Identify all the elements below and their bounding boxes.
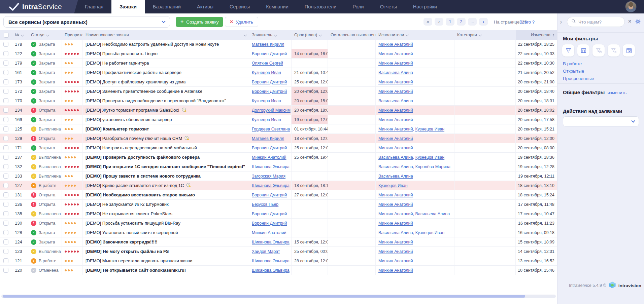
ticket-title[interactable]: [DEMO] Доступ к файловому хранилищу из д… [86,79,185,84]
ticket-row-134[interactable]: 134!Открыта[DEMO] Жутко тормозит програм… [0,106,557,115]
column-header-changed[interactable]: Изменена↑ [516,30,557,40]
ticket-title[interactable]: [DEMO] Не запускается ИЛ-2 Штурмовик [86,202,169,207]
row-checkbox[interactable] [3,183,8,188]
ticket-title[interactable]: [DEMO] Просьба установить Lingvo [86,51,158,56]
requester-link[interactable]: Шиканова Эльвира [252,183,290,188]
nav-item-3[interactable]: Активы [189,0,222,13]
assignee-link[interactable]: Васильева Алина [378,174,413,179]
nav-item-2[interactable]: База знаний [145,0,189,13]
requester-link[interactable]: Кузнецов Иван [252,99,281,103]
column-header-remaining[interactable]: Осталось на выполнение [328,30,376,40]
edit-filters-link[interactable]: изменить [607,90,626,95]
requester-link[interactable]: Воронин Дмитрий [252,146,287,150]
ticket-title[interactable]: [DEMO] Профилактические работы на сервер… [86,70,181,75]
ticket-row-130[interactable]: 130!Открыта[DEMO] Просьба установить пиш… [0,219,557,228]
row-checkbox[interactable] [3,79,8,84]
nav-item-5[interactable]: Компании [258,0,297,13]
ticket-row-135[interactable]: 135✓Выполнена[DEMO] Не открывается клиен… [0,209,557,219]
assignee-link[interactable]: Кузнецов Иван [415,127,445,131]
ticket-title[interactable]: [DEMO] Не открывается клиент PokerStars [86,211,172,216]
requester-link[interactable]: Матвеев Кирилл [252,42,284,47]
column-header-priority[interactable]: Приоритет [62,30,83,40]
column-header-id[interactable]: № [12,30,28,40]
requester-link[interactable]: Опяткин Сергей [252,61,283,66]
requester-link[interactable]: Шиканова Эльвира [252,240,290,244]
select-all-checkbox[interactable] [4,33,9,38]
ticket-title[interactable]: [DEMO] установить обновления на сервер [86,117,172,122]
clear-filter-icon[interactable] [608,44,620,56]
row-checkbox[interactable] [3,42,8,47]
requester-link[interactable]: Кузнецов Иван [252,70,281,75]
ticket-title[interactable]: [DEMO] Необходимо настроить удаленный до… [86,42,219,47]
brand-logo[interactable]: IntraService [9,0,62,13]
ticket-row-133[interactable]: 133✓Выполнена[DEMO] Прошу завести в сист… [0,172,557,181]
assignee-link[interactable]: Минкин Анатолий [378,108,413,113]
ticket-title[interactable]: [DEMO] Необходимо восстановить старое пи… [86,192,195,197]
assignee-link[interactable]: Минкин Анатолий [378,146,413,150]
ticket-title[interactable]: [DEMO] Просьба установить пишущий Blu-Ra… [86,221,180,226]
row-checkbox[interactable] [3,98,8,103]
requester-link[interactable]: Воронин Дмитрий [252,212,287,216]
nav-item-4[interactable]: Сервисы [222,0,258,13]
ticket-row-120[interactable]: 120✓Отменена[DEMO] Не открывается сайт o… [0,266,557,275]
ticket-row-131[interactable]: 131!Открыта[DEMO] Необходимо восстановит… [0,190,557,200]
column-header-title[interactable]: Наименование заявки [83,30,249,40]
assignee-link[interactable]: Васильева Алина [378,70,413,75]
pagination-first[interactable]: « [423,18,432,26]
requester-link[interactable]: Шиканова Эльвира [252,268,290,273]
ticket-title[interactable]: [DEMO] Мышка перестала подавать признаки… [86,258,193,263]
assignee-link[interactable]: Минкин Анатолий [378,61,413,66]
requester-link[interactable]: Воронин Дмитрий [252,89,287,94]
row-checkbox[interactable] [3,117,8,122]
nav-item-9[interactable]: Настройки [405,0,445,13]
column-header-due[interactable]: Срок (план) [292,30,328,40]
requester-link[interactable]: Матвеев Кирилл [252,136,284,141]
column-header-categories[interactable]: Категории [454,30,516,40]
pagination-prev[interactable]: ‹ [435,18,443,26]
ticket-row-169[interactable]: 169✓Закрыта[DEMO] установить обновления … [0,115,557,124]
pagination-next[interactable]: › [479,18,488,26]
assignee-link[interactable]: Минкин Анатолий [378,136,413,141]
ticket-row-125[interactable]: 125✓Выполнена[DEMO] Компьютер тормозитГо… [0,124,557,134]
assignee-link[interactable]: Минкин Анатолий [378,240,413,244]
nav-item-7[interactable]: Роли [344,0,372,13]
requester-link[interactable]: Минкин Анатолий [252,230,286,235]
assignee-link[interactable]: Минкин Анатолий [378,212,413,216]
row-checkbox[interactable] [3,249,8,254]
collapse-panel-icon[interactable]: › [560,18,562,25]
requester-link[interactable]: Хаидов Марат [252,249,280,254]
pagination-ellipsis[interactable]: ... [468,18,477,26]
row-checkbox[interactable] [3,61,8,66]
scrollbar-thumb[interactable] [3,295,525,298]
row-checkbox[interactable] [3,230,8,235]
requester-link[interactable]: Воронин Дмитрий [252,193,287,197]
requester-link[interactable]: Минкин Анатолий [252,155,286,160]
row-checkbox[interactable] [3,258,8,263]
clear-search-icon[interactable]: × [628,19,631,24]
actions-select[interactable] [563,116,639,126]
ticket-title[interactable]: [DEMO] Установить новый свитч в серверно… [86,230,178,235]
ticket-title[interactable]: [DEMO] Жутко тормозит программа SalesDoc… [86,108,179,113]
row-checkbox[interactable] [3,268,8,273]
row-checkbox[interactable] [3,126,8,131]
assignee-link[interactable]: Минкин Анатолий [378,193,413,197]
assignee-link[interactable]: Минкин Анатолий [378,259,413,263]
requester-link[interactable]: Воронин Дмитрий [252,221,287,226]
export-excel-icon[interactable] [623,44,635,56]
assignee-link[interactable]: Васильева Алина [415,212,450,216]
assignee-link[interactable]: Васильева Алина [378,155,413,160]
ticket-row-179[interactable]: 179✓Закрыта[DEMO] Не работает гарнитураО… [0,59,557,68]
nav-item-0[interactable]: Главная [77,0,111,13]
nav-item-6[interactable]: Пользователи [297,0,345,13]
ticket-title[interactable]: [DEMO] Не открывается сайт odnoklassniki… [86,268,186,273]
assignee-link[interactable]: Васильева Алина [378,230,413,235]
column-header-assignees[interactable]: Исполнители [376,30,454,40]
ticket-row-173[interactable]: 173✓Закрыта[DEMO] Доступ к файловому хра… [0,77,557,87]
requester-link[interactable]: Воронин Дмитрий [252,51,287,56]
requester-link[interactable]: Безухов Пьер [252,202,278,207]
ticket-row-137[interactable]: 137✓Выполнена[DEMO] Проверить доступност… [0,153,557,162]
column-header-requester[interactable]: Заявитель [249,30,292,40]
total-count-link[interactable]: Всего ? [519,20,535,25]
row-checkbox[interactable] [3,51,8,56]
assignee-link[interactable]: Васильева Алина [378,99,413,103]
